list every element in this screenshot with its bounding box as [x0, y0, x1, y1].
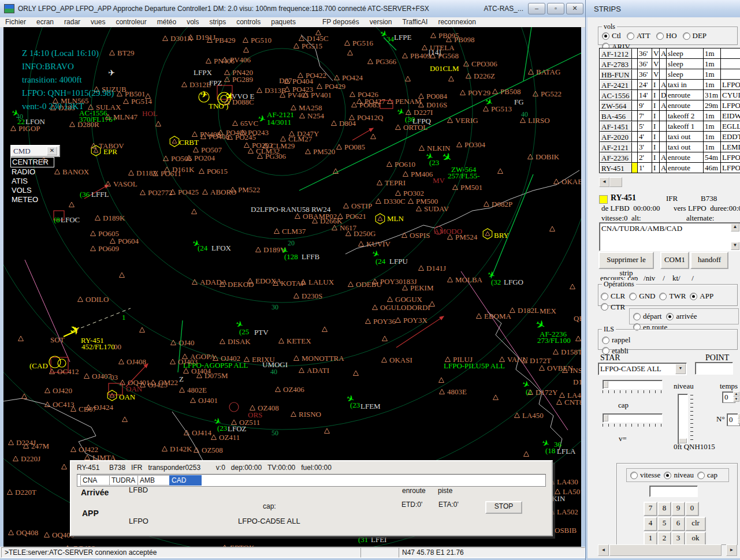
strip-callsign-button[interactable]: AF-1451: [600, 121, 632, 132]
numpad-key-5[interactable]: 5: [657, 517, 671, 531]
strip-row-af-2236[interactable]: AF-22362'IAenroute54mLFPO: [600, 152, 740, 163]
numpad-key-0[interactable]: 0: [685, 502, 699, 516]
menu-item-reconnexion[interactable]: reconnexion: [433, 17, 481, 27]
route-scroll-down-icon[interactable]: ▼: [731, 242, 739, 250]
command-input[interactable]: [649, 486, 698, 497]
strip-callsign-button[interactable]: HB-FUN: [600, 69, 632, 80]
panel-scroll-left-icon[interactable]: ◄: [598, 544, 609, 556]
vols-radio-att[interactable]: ATT: [627, 31, 650, 40]
numpad-key-7[interactable]: 7: [644, 502, 657, 516]
point-input[interactable]: [695, 362, 733, 375]
cmd-item-atis[interactable]: ATIS: [10, 177, 60, 186]
strip-callsign-button[interactable]: AC-1556: [600, 90, 632, 100]
numpad-key-6[interactable]: 6: [671, 517, 685, 531]
niveau-vslider[interactable]: [678, 394, 688, 445]
route-cell-tudra[interactable]: TUDRA: [109, 475, 141, 486]
v-slider[interactable]: [603, 413, 663, 423]
strip-callsign-button[interactable]: AF-2783: [600, 59, 632, 69]
table-scroll-thumb[interactable]: [609, 177, 622, 187]
route-cell-amb[interactable]: AMB: [137, 475, 173, 486]
strip-row-af-2783[interactable]: AF-278336'Vsleep1m: [600, 59, 740, 69]
strip-callsign-button[interactable]: BA-456: [600, 111, 632, 121]
menu-item-paquets[interactable]: paquets: [266, 17, 301, 27]
strip-row-af-2020[interactable]: AF-20204'Itaxi out1mEDDT: [600, 132, 740, 142]
route-textarea[interactable]: CNA/TUDRA/AMB/CAD ▲ ▼: [599, 222, 740, 251]
close-button[interactable]: ✕: [566, 3, 583, 14]
panel-scroll-right-icon[interactable]: ►: [726, 544, 737, 556]
cmd-item-meteo[interactable]: METEO: [10, 195, 60, 204]
strip-row-ry-451[interactable]: RY-4511'IAenroute46mLFPO: [600, 163, 740, 173]
menu-item-ecran[interactable]: ecran: [31, 17, 59, 27]
operations-radio-twr[interactable]: TWR: [659, 292, 686, 301]
operations-radio-app[interactable]: APP: [690, 292, 713, 301]
operations-radio-gnd[interactable]: GND: [629, 292, 655, 301]
strip-row-af-1212[interactable]: AF-121236'VAsleep1m: [600, 48, 740, 59]
ils-radio-rappel[interactable]: rappel: [602, 335, 630, 345]
strip-callsign-button[interactable]: AF-2020: [600, 132, 632, 142]
star-dropdown-icon[interactable]: ▼: [675, 364, 686, 374]
panel-scroll-thumb[interactable]: [609, 544, 722, 556]
strip-callsign-button[interactable]: AF-2121: [600, 142, 632, 152]
mode-radio-cap[interactable]: cap: [697, 471, 717, 480]
mode-radio-vitesse[interactable]: vitesse: [630, 471, 660, 480]
strip-callsign-button[interactable]: AF-2421: [600, 80, 632, 90]
supprimer-strip-button[interactable]: Supprimer le strip: [598, 252, 654, 269]
handoff-button[interactable]: handoff: [690, 252, 728, 269]
cmd-item-vols[interactable]: VOLS: [10, 186, 60, 195]
menu-item-version[interactable]: version: [365, 17, 397, 27]
vols-radio-ctl[interactable]: Ctl: [602, 31, 621, 40]
n-spinner-arrows[interactable]: ▲▼: [738, 413, 740, 424]
strip-callsign-button[interactable]: AF-1212: [600, 48, 632, 59]
menu-item-strips[interactable]: strips: [204, 17, 232, 27]
numpad-key-9[interactable]: 9: [671, 502, 685, 516]
strips-titlebar[interactable]: STRIPS: [586, 0, 740, 17]
route-cell-cna[interactable]: CNA: [80, 475, 113, 486]
phase-radio-d-part[interactable]: départ: [633, 312, 661, 321]
minimize-button[interactable]: –: [528, 3, 545, 14]
maximize-button[interactable]: ▫: [547, 3, 564, 14]
cmd-item-radio[interactable]: RADIO: [10, 167, 60, 177]
route-cell-cad[interactable]: CAD: [169, 475, 202, 486]
strip-callsign-button[interactable]: ZW-564: [600, 100, 632, 111]
strip-row-af-1451[interactable]: AF-14515'Itakeoff 11mEGLL: [600, 121, 740, 132]
cmd-close-icon[interactable]: ✕: [47, 147, 57, 155]
menu-item-trafficai[interactable]: TrafficAI: [397, 17, 433, 27]
aircraft-tag-label[interactable]: LFPO-PILU5P ALL: [444, 361, 505, 370]
strip-row-zw-564[interactable]: ZW-5649'IAenroute29mLFPO: [600, 100, 740, 111]
route-field[interactable]: CNATUDRAAMBCAD: [77, 474, 546, 487]
strip-callsign-button[interactable]: AF-2236: [600, 152, 632, 163]
titlebar[interactable]: ORLY LFPO_APP LFPO_APP Approche Departur…: [0, 0, 585, 17]
temps-spinner-arrows[interactable]: ▲▼: [733, 391, 739, 402]
menu-item-fichier[interactable]: Fichier: [0, 17, 31, 27]
menu-item-fp-depos-s[interactable]: FP deposés: [317, 17, 365, 27]
menu-item-vols[interactable]: vols: [181, 17, 204, 27]
vols-radio-ho[interactable]: HO: [656, 31, 677, 40]
operations-radio-clr[interactable]: CLR: [601, 292, 625, 301]
cap-slider[interactable]: [603, 380, 663, 389]
numpad-key-clr[interactable]: clr: [685, 517, 706, 531]
numpad-key-4[interactable]: 4: [644, 517, 657, 531]
menu-item-vues[interactable]: vues: [85, 17, 110, 27]
strip-row-af-2121[interactable]: AF-21213'Itaxi out1mLEMD: [600, 142, 740, 152]
aircraft-tag-label[interactable]: 257/FL55-: [448, 171, 480, 180]
strip-row-hb-fun[interactable]: HB-FUN36'Vsleep1m: [600, 69, 740, 80]
strip-row-ac-1556[interactable]: AC-155614'IDenroute31mCYUL: [600, 90, 740, 100]
menu-item-m-t-o[interactable]: météo: [152, 17, 181, 27]
menu-item-controls[interactable]: controls: [231, 17, 266, 27]
star-combobox[interactable]: LFPO-CAD5E ALL ▼: [598, 363, 687, 375]
strip-row-af-2421[interactable]: AF-242124'IAtaxi in1mLFPO: [600, 80, 740, 90]
cmd-item-centrer[interactable]: CENTRER: [10, 157, 54, 167]
table-scroll-left-icon[interactable]: ◄: [599, 177, 609, 187]
com1-button[interactable]: COM1: [660, 252, 689, 269]
cmd-window[interactable]: CMD ✕ CENTRERRADIOATISVOLSMETEO: [10, 145, 60, 204]
stop-button[interactable]: STOP: [485, 501, 522, 514]
aircraft-icon[interactable]: ✈: [199, 89, 209, 100]
numpad-key-8[interactable]: 8: [657, 502, 671, 516]
radar-scope[interactable]: D301XD191JPB429PG510D145CPG515PG516UTELA…: [3, 27, 581, 547]
route-scroll-up-icon[interactable]: ▲: [731, 223, 739, 232]
mode-radio-niveau[interactable]: niveau: [664, 471, 694, 480]
strip-row-ba-456[interactable]: BA-4567'Itakeoff 21mEIDW: [600, 111, 740, 121]
phase-radio-arriv-e[interactable]: arrivée: [666, 312, 697, 321]
menu-item-controleur[interactable]: controleur: [110, 17, 151, 27]
vols-radio-dep[interactable]: DEP: [683, 31, 707, 40]
